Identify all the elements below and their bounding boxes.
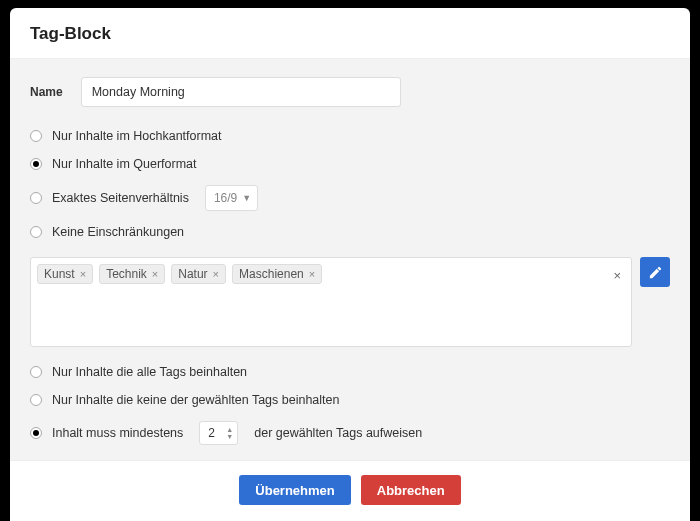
name-label: Name bbox=[30, 85, 63, 99]
modal-title: Tag-Block bbox=[30, 24, 670, 44]
radio-portrait[interactable]: Nur Inhalte im Hochkantformat bbox=[30, 129, 670, 143]
tag-area: Kunst× Technik× Natur× Maschienen× × bbox=[30, 257, 670, 347]
radio-landscape[interactable]: Nur Inhalte im Querformat bbox=[30, 157, 670, 171]
radio-label: Keine Einschränkungen bbox=[52, 225, 184, 239]
tag-remove-icon[interactable]: × bbox=[80, 268, 86, 280]
modal-header: Tag-Block bbox=[10, 8, 690, 59]
radio-min-tags[interactable]: Inhalt muss mindestens 2 ▲ ▼ der gewählt… bbox=[30, 421, 670, 445]
tag-match-group: Nur Inhalte die alle Tags beinhalten Nur… bbox=[30, 365, 670, 460]
tag-list: Kunst× Technik× Natur× Maschienen× bbox=[37, 264, 322, 284]
radio-icon bbox=[30, 366, 42, 378]
radio-label: Nur Inhalte im Hochkantformat bbox=[52, 129, 222, 143]
tag-chip-label: Kunst bbox=[44, 267, 75, 281]
tag-chip: Natur× bbox=[171, 264, 226, 284]
apply-button[interactable]: Übernehmen bbox=[239, 475, 350, 505]
tag-chip: Kunst× bbox=[37, 264, 93, 284]
radio-icon bbox=[30, 130, 42, 142]
edit-icon bbox=[648, 265, 663, 280]
radio-no-restrictions[interactable]: Keine Einschränkungen bbox=[30, 225, 670, 239]
tag-chip: Maschienen× bbox=[232, 264, 322, 284]
name-input[interactable] bbox=[81, 77, 401, 107]
aspect-value: 16/9 bbox=[214, 191, 237, 205]
modal-body: Name Nur Inhalte im Hochkantformat Nur I… bbox=[10, 59, 690, 460]
tag-block-modal: Tag-Block Name Nur Inhalte im Hochkantfo… bbox=[10, 8, 690, 521]
edit-tags-button[interactable] bbox=[640, 257, 670, 287]
aspect-select[interactable]: 16/9 ▼ bbox=[205, 185, 258, 211]
tag-remove-icon[interactable]: × bbox=[309, 268, 315, 280]
min-tags-stepper[interactable]: 2 ▲ ▼ bbox=[199, 421, 238, 445]
radio-label: Exaktes Seitenverhältnis bbox=[52, 191, 189, 205]
radio-all-tags[interactable]: Nur Inhalte die alle Tags beinhalten bbox=[30, 365, 670, 379]
radio-label-prefix: Inhalt muss mindestens bbox=[52, 426, 183, 440]
stepper-up-icon[interactable]: ▲ bbox=[226, 426, 233, 433]
cancel-button[interactable]: Abbrechen bbox=[361, 475, 461, 505]
format-group: Nur Inhalte im Hochkantformat Nur Inhalt… bbox=[30, 129, 670, 239]
tag-remove-icon[interactable]: × bbox=[213, 268, 219, 280]
radio-exact-aspect[interactable]: Exaktes Seitenverhältnis 16/9 ▼ bbox=[30, 185, 670, 211]
radio-icon bbox=[30, 427, 42, 439]
name-row: Name bbox=[30, 77, 670, 107]
tag-remove-icon[interactable]: × bbox=[152, 268, 158, 280]
radio-icon bbox=[30, 226, 42, 238]
radio-icon bbox=[30, 394, 42, 406]
tag-chip-label: Maschienen bbox=[239, 267, 304, 281]
radio-icon bbox=[30, 158, 42, 170]
modal-footer: Übernehmen Abbrechen bbox=[10, 460, 690, 521]
stepper-down-icon[interactable]: ▼ bbox=[226, 433, 233, 440]
clear-all-tags-icon[interactable]: × bbox=[613, 268, 621, 283]
min-tags-value: 2 bbox=[208, 426, 222, 440]
tag-chip-label: Natur bbox=[178, 267, 207, 281]
radio-label: Nur Inhalte im Querformat bbox=[52, 157, 197, 171]
radio-none-tags[interactable]: Nur Inhalte die keine der gewählten Tags… bbox=[30, 393, 670, 407]
tag-input-box[interactable]: Kunst× Technik× Natur× Maschienen× × bbox=[30, 257, 632, 347]
tag-chip: Technik× bbox=[99, 264, 165, 284]
chevron-down-icon: ▼ bbox=[242, 193, 251, 203]
radio-icon bbox=[30, 192, 42, 204]
stepper-controls: ▲ ▼ bbox=[226, 426, 233, 440]
tag-chip-label: Technik bbox=[106, 267, 147, 281]
radio-label: Nur Inhalte die alle Tags beinhalten bbox=[52, 365, 247, 379]
radio-label: Nur Inhalte die keine der gewählten Tags… bbox=[52, 393, 339, 407]
radio-label-suffix: der gewählten Tags aufweisen bbox=[254, 426, 422, 440]
